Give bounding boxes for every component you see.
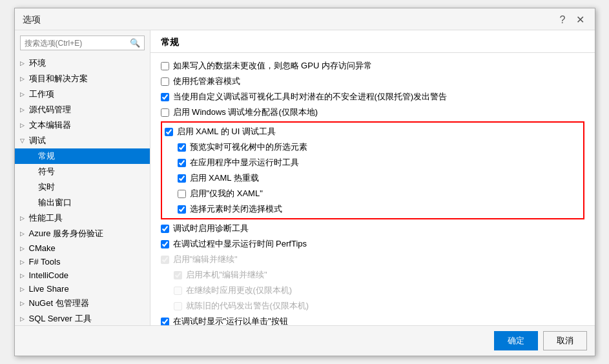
tree-item-azure[interactable]: ▷ Azure 服务身份验证: [15, 226, 150, 241]
tree-label: 输出窗口: [38, 197, 72, 208]
option-label-apply-on-continue: 在继续时应用更改(仅限本机): [186, 285, 293, 296]
tree-arrow: ▽: [20, 137, 29, 144]
tree-arrow: ▷: [20, 300, 29, 307]
search-icon: 🔍: [130, 38, 140, 48]
checkbox-run-to-click[interactable]: [161, 318, 169, 326]
tree: ▷ 环境 ▷ 项目和解决方案 ▷ 工作项 ▷ 源代码管理 ▷ 文本编辑器: [15, 56, 150, 325]
option-label-managed-compat: 使用托管兼容模式: [173, 76, 240, 87]
tree-item-environment[interactable]: ▷ 环境: [15, 56, 150, 71]
tree-arrow: ▷: [20, 316, 29, 322]
close-button[interactable]: ✕: [573, 14, 587, 26]
option-label-perftips: 在调试过程中显示运行时间 PerfTips: [173, 238, 307, 250]
checkbox-show-runtime[interactable]: [178, 159, 186, 167]
option-label-native-edit-continue: 启用本机"编辑并继续": [186, 269, 267, 281]
option-label-diag-tools: 调试时启用诊断工具: [173, 223, 249, 234]
tree-label: 文本编辑器: [29, 119, 71, 131]
tree-item-nuget[interactable]: ▷ NuGet 包管理器: [15, 296, 150, 311]
checkbox-xaml-hot-reload[interactable]: [178, 174, 186, 183]
option-row-xaml-ui: 启用 XAML 的 UI 调试工具: [165, 124, 581, 139]
option-row-my-xaml: 启用"仅我的 XAML": [165, 186, 581, 201]
tree-label: 环境: [29, 57, 46, 69]
checkbox-gpu[interactable]: [161, 62, 169, 70]
search-input[interactable]: [25, 39, 130, 48]
tree-item-cmake[interactable]: ▷ CMake: [15, 241, 150, 255]
checkbox-edit-continue[interactable]: [161, 256, 169, 264]
option-row-gpu: 如果写入的数据未更改值，则忽略 GPU 内存访问异常: [161, 58, 584, 74]
tree-arrow: ▷: [20, 286, 29, 292]
tree-arrow: ▷: [20, 245, 29, 252]
tree-arrow: ▷: [20, 122, 29, 128]
tree-item-work-items[interactable]: ▷ 工作项: [15, 86, 150, 102]
help-button[interactable]: ?: [557, 14, 568, 26]
tree-label: 调试: [29, 135, 46, 147]
option-label-edit-continue: 启用"编辑并继续": [173, 254, 238, 265]
checkbox-windows-heap[interactable]: [161, 108, 169, 117]
tree-label: 项目和解决方案: [29, 73, 88, 85]
option-row-xaml-hot-reload: 启用 XAML 热重载: [165, 170, 581, 186]
option-label-preview-visual: 预览实时可视化树中的所选元素: [190, 141, 307, 153]
tree-item-intellicode[interactable]: ▷ IntelliCode: [15, 268, 150, 282]
checkbox-preview-visual[interactable]: [178, 143, 186, 152]
option-label-xaml-ui: 启用 XAML 的 UI 调试工具: [177, 126, 276, 137]
tree-label: 符号: [38, 166, 55, 177]
tree-item-debug[interactable]: ▽ 调试: [15, 133, 150, 148]
tree-arrow: ▷: [20, 259, 29, 265]
checkbox-unsafe-warning[interactable]: [161, 93, 169, 101]
search-box[interactable]: 🔍: [20, 35, 145, 50]
tree-label: 工作项: [29, 88, 54, 100]
checkbox-perftips[interactable]: [161, 240, 169, 248]
option-label-unsafe-warning: 当使用自定义调试器可视化工具时对潜在的不安全进程(仅限托管)发出警告: [173, 91, 448, 103]
tree-arrow: ▷: [20, 272, 29, 279]
tree-item-project-solution[interactable]: ▷ 项目和解决方案: [15, 71, 150, 86]
option-row-run-to-click: 在调试时显示"运行以单击"按钮: [161, 314, 584, 325]
tree-label: 常规: [38, 150, 55, 162]
checkbox-stale-code-warning[interactable]: [174, 302, 182, 310]
option-row-show-runtime: 在应用程序中显示运行时工具: [165, 155, 581, 170]
option-label-show-runtime: 在应用程序中显示运行时工具: [190, 157, 299, 168]
cancel-button[interactable]: 取消: [543, 331, 587, 350]
tree-item-realtime[interactable]: 实时: [15, 179, 150, 195]
option-label-run-to-click: 在调试时显示"运行以单击"按钮: [173, 316, 288, 325]
checkbox-my-xaml[interactable]: [178, 190, 186, 198]
checkbox-apply-on-continue[interactable]: [174, 287, 182, 295]
dialog-body: 🔍 ▷ 环境 ▷ 项目和解决方案 ▷ 工作项 ▷ 源代码管理: [15, 30, 595, 325]
option-row-select-mode: 选择元素时关闭选择模式: [165, 201, 581, 217]
tree-label: 实时: [38, 181, 55, 193]
tree-item-symbol[interactable]: 符号: [15, 164, 150, 179]
tree-label: Azure 服务身份验证: [29, 228, 104, 239]
option-row-managed-compat: 使用托管兼容模式: [161, 74, 584, 89]
option-row-native-edit-continue: 启用本机"编辑并继续": [161, 267, 584, 283]
left-panel: 🔍 ▷ 环境 ▷ 项目和解决方案 ▷ 工作项 ▷ 源代码管理: [15, 30, 150, 325]
option-row-perftips: 在调试过程中显示运行时间 PerfTips: [161, 236, 584, 252]
tree-item-fsharp[interactable]: ▷ F# Tools: [15, 255, 150, 268]
checkbox-diag-tools[interactable]: [161, 225, 169, 233]
ok-button[interactable]: 确定: [494, 331, 538, 350]
dialog-title: 选项: [23, 14, 41, 26]
right-panel-header: 常规: [150, 30, 595, 53]
tree-item-general[interactable]: 常规: [15, 148, 150, 164]
option-label-xaml-hot-reload: 启用 XAML 热重载: [190, 172, 259, 184]
tree-label: F# Tools: [29, 257, 61, 267]
tree-arrow: ▷: [20, 106, 29, 113]
tree-arrow: ▷: [20, 60, 29, 66]
checkbox-select-mode[interactable]: [178, 205, 186, 214]
tree-label: 源代码管理: [29, 104, 71, 116]
option-row-apply-on-continue: 在继续时应用更改(仅限本机): [161, 283, 584, 298]
tree-arrow: ▷: [20, 91, 29, 97]
checkbox-native-edit-continue[interactable]: [174, 271, 182, 279]
tree-item-perf-tools[interactable]: ▷ 性能工具: [15, 210, 150, 226]
option-label-my-xaml: 启用"仅我的 XAML": [190, 188, 263, 199]
tree-item-live-share[interactable]: ▷ Live Share: [15, 282, 150, 296]
options-dialog: 选项 ? ✕ 🔍 ▷ 环境 ▷ 项目和解决方案: [14, 8, 595, 356]
tree-label: Live Share: [29, 284, 69, 294]
tree-item-sql-server[interactable]: ▷ SQL Server 工具: [15, 311, 150, 325]
tree-item-source-control[interactable]: ▷ 源代码管理: [15, 102, 150, 117]
option-label-select-mode: 选择元素时关闭选择模式: [190, 203, 282, 215]
option-label-windows-heap: 启用 Windows 调试堆分配器(仅限本地): [173, 106, 318, 118]
checkbox-xaml-ui[interactable]: [165, 128, 173, 136]
tree-item-text-editor[interactable]: ▷ 文本编辑器: [15, 117, 150, 133]
title-bar-controls: ? ✕: [557, 14, 587, 26]
option-row-edit-continue: 启用"编辑并继续": [161, 252, 584, 267]
checkbox-managed-compat[interactable]: [161, 77, 169, 86]
tree-item-output-window[interactable]: 输出窗口: [15, 195, 150, 210]
